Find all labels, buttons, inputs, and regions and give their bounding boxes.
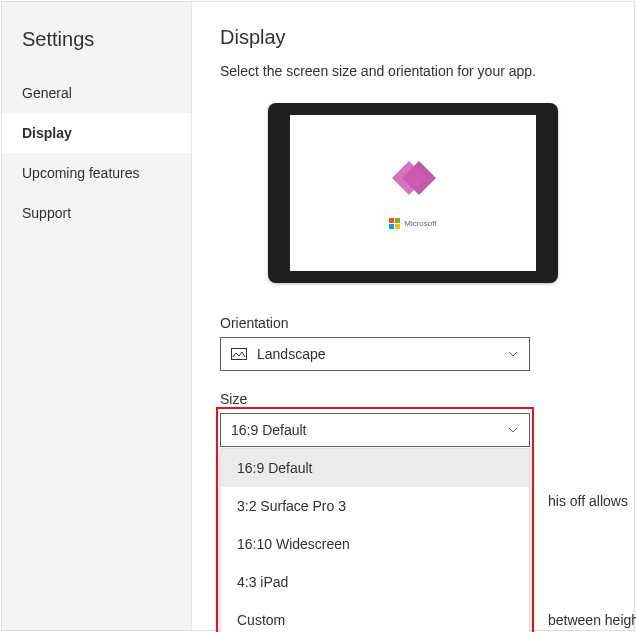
size-dropdown-area: 16:9 Default 16:9 Default 3:2 Surface Pr…	[220, 413, 530, 447]
page-description: Select the screen size and orientation f…	[220, 63, 606, 79]
svg-rect-0	[232, 349, 247, 360]
microsoft-brand: Microsoft	[389, 218, 436, 229]
powerapps-logo-icon	[393, 158, 433, 198]
size-option-4-3[interactable]: 4:3 iPad	[221, 563, 529, 601]
size-option-16-10[interactable]: 16:10 Widescreen	[221, 525, 529, 563]
size-dropdown-options: 16:9 Default 3:2 Surface Pro 3 16:10 Wid…	[220, 448, 530, 632]
landscape-icon	[231, 348, 247, 360]
sidebar-item-label: Display	[22, 125, 72, 141]
orientation-dropdown[interactable]: Landscape	[220, 337, 530, 371]
device-screen: Microsoft	[290, 115, 536, 271]
main-panel: Display Select the screen size and orien…	[192, 2, 634, 630]
page-title: Display	[220, 26, 606, 49]
orientation-value: Landscape	[257, 346, 507, 362]
size-option-3-2[interactable]: 3:2 Surface Pro 3	[221, 487, 529, 525]
size-option-16-9[interactable]: 16:9 Default	[221, 449, 529, 487]
sidebar-item-display[interactable]: Display	[2, 113, 191, 153]
sidebar-item-label: Upcoming features	[22, 165, 140, 181]
sidebar-item-label: General	[22, 85, 72, 101]
sidebar-item-support[interactable]: Support	[2, 193, 191, 233]
device-preview: Microsoft	[268, 103, 558, 283]
sidebar-item-upcoming-features[interactable]: Upcoming features	[2, 153, 191, 193]
sidebar-item-general[interactable]: General	[2, 73, 191, 113]
size-dropdown[interactable]: 16:9 Default	[220, 413, 530, 447]
size-label: Size	[220, 391, 606, 407]
obscured-text-fragment: between height	[548, 612, 636, 628]
microsoft-text: Microsoft	[404, 219, 436, 228]
microsoft-logo-icon	[389, 218, 400, 229]
chevron-down-icon	[507, 424, 519, 436]
orientation-label: Orientation	[220, 315, 606, 331]
sidebar: Settings General Display Upcoming featur…	[2, 2, 192, 630]
obscured-text-fragment: his off allows	[548, 493, 628, 509]
sidebar-item-label: Support	[22, 205, 71, 221]
chevron-down-icon	[507, 348, 519, 360]
settings-window: Settings General Display Upcoming featur…	[1, 1, 635, 631]
sidebar-title: Settings	[2, 20, 191, 73]
size-value: 16:9 Default	[231, 422, 507, 438]
size-option-custom[interactable]: Custom	[221, 601, 529, 632]
